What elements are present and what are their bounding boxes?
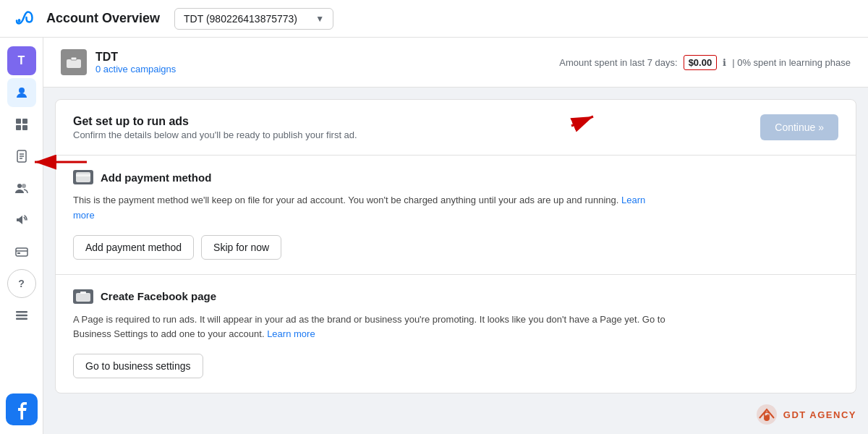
sidebar-item-ads[interactable] [7, 205, 36, 234]
gdt-logo-icon: G [756, 404, 778, 425]
briefcase-icon [67, 56, 81, 68]
svg-rect-15 [17, 252, 20, 254]
sidebar-item-campaigns[interactable] [7, 110, 36, 139]
sidebar-item-reports[interactable] [7, 142, 36, 171]
svg-rect-3 [16, 119, 21, 124]
payment-body: This is the payment method we'll keep on… [73, 193, 666, 224]
watermark-text: GDT AGENCY [783, 409, 856, 420]
help-icon: ? [18, 278, 25, 289]
setup-text: Get set up to run ads Confirm the detail… [73, 115, 357, 140]
svg-rect-13 [16, 248, 27, 256]
svg-point-0 [12, 6, 38, 32]
continue-button[interactable]: Continue » [760, 114, 838, 140]
svg-rect-21 [76, 172, 90, 182]
setup-header: Get set up to run ads Confirm the detail… [56, 100, 856, 156]
setup-subtitle: Confirm the details below and you'll be … [73, 129, 357, 140]
svg-rect-4 [22, 119, 27, 124]
svg-rect-24 [80, 292, 86, 294]
account-stats: Amount spent in last 7 days: $0.00 ℹ | 0… [559, 55, 851, 70]
top-navigation: Account Overview TDT (980226413875773) ▼ [0, 0, 868, 38]
skip-for-now-button[interactable]: Skip for now [201, 235, 281, 260]
audience-icon [14, 181, 29, 195]
facebook-page-actions: Go to business settings [73, 354, 838, 378]
account-selector-label: TDT (980226413875773) [184, 13, 310, 25]
meta-logo-icon [12, 6, 38, 32]
payment-section-header: Add payment method [73, 170, 838, 184]
account-icon [61, 49, 87, 75]
avatar-letter: T [18, 54, 25, 67]
facebook-page-title: Create Facebook page [101, 290, 216, 302]
watermark: G GDT AGENCY [756, 404, 856, 425]
learning-phase-text: | 0% spent in learning phase [732, 57, 851, 68]
amount-box: $0.00 [684, 55, 718, 70]
credit-card-icon [76, 172, 90, 182]
svg-rect-18 [16, 318, 27, 320]
amount-value: $0.00 [689, 57, 712, 68]
svg-rect-19 [67, 59, 81, 68]
svg-point-2 [19, 88, 25, 93]
account-campaigns[interactable]: 0 active campaigns [95, 64, 176, 75]
sidebar-item-help[interactable]: ? [7, 269, 36, 298]
page-title: Account Overview [46, 11, 160, 26]
svg-point-11 [17, 184, 22, 188]
svg-rect-6 [22, 125, 27, 130]
go-to-business-settings-button[interactable]: Go to business settings [73, 354, 203, 378]
facebook-page-section: Create Facebook page A Page is required … [56, 275, 856, 393]
megaphone-icon [14, 213, 29, 227]
facebook-page-header: Create Facebook page [73, 289, 838, 304]
grid-icon [14, 117, 29, 132]
sidebar-item-audiences[interactable] [7, 174, 36, 203]
chevron-down-icon: ▼ [315, 14, 324, 24]
account-info: TDT 0 active campaigns [61, 49, 176, 75]
svg-rect-23 [76, 293, 90, 302]
svg-point-1 [18, 19, 21, 22]
briefcase-page-icon [76, 292, 90, 302]
setup-card: Get set up to run ads Confirm the detail… [55, 99, 856, 393]
svg-rect-5 [16, 125, 21, 130]
account-details: TDT 0 active campaigns [95, 51, 176, 75]
facebook-app-icon [6, 393, 38, 425]
sidebar-item-settings[interactable] [7, 301, 36, 330]
facebook-page-learn-more[interactable]: Learn more [267, 328, 315, 339]
billing-icon [14, 244, 29, 259]
add-payment-button[interactable]: Add payment method [73, 235, 194, 260]
sidebar-item-avatar[interactable]: T [7, 46, 36, 75]
facebook-logo-icon [12, 399, 32, 420]
payment-actions: Add payment method Skip for now [73, 235, 838, 260]
svg-point-12 [22, 184, 26, 188]
svg-rect-20 [71, 57, 77, 60]
svg-rect-16 [16, 311, 27, 313]
content-area: TDT 0 active campaigns Amount spent in l… [43, 38, 868, 434]
sidebar: T [0, 38, 43, 434]
account-header: TDT 0 active campaigns Amount spent in l… [43, 38, 868, 88]
account-name: TDT [95, 51, 176, 64]
settings-icon [14, 308, 29, 323]
info-icon: ℹ [723, 57, 726, 68]
page-icon [73, 289, 93, 304]
setup-title: Get set up to run ads [73, 115, 357, 128]
document-icon [14, 149, 29, 163]
payment-icon [73, 170, 93, 184]
facebook-page-body: A Page is required to run ads. It will a… [73, 312, 666, 343]
overview-icon [14, 85, 29, 100]
sidebar-item-overview[interactable] [7, 78, 36, 107]
svg-rect-22 [76, 174, 90, 176]
sidebar-item-billing[interactable] [7, 237, 36, 266]
svg-point-30 [764, 415, 770, 421]
svg-rect-17 [16, 315, 27, 317]
amount-label: Amount spent in last 7 days: [559, 57, 677, 68]
payment-title: Add payment method [101, 171, 211, 184]
payment-section: Add payment method This is the payment m… [56, 156, 856, 275]
account-selector-dropdown[interactable]: TDT (980226413875773) ▼ [174, 8, 333, 30]
